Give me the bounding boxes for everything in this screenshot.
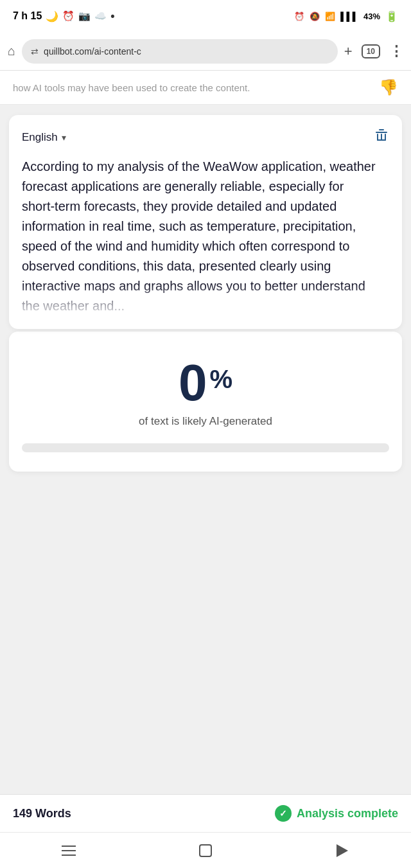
trash-icon [374,128,389,143]
time-display: 7 h 15 [13,10,42,22]
android-nav-bar [0,832,411,868]
address-bar[interactable]: ⇄ quillbot.com/ai-content-c [22,39,338,64]
cloud-icon: ☁️ [94,10,107,22]
address-security-icon: ⇄ [31,46,39,57]
language-selector[interactable]: English ▾ [22,131,66,144]
status-bar: 7 h 15 🌙 ⏰ 📷 ☁️ • ⏰ 🔕 📶 ▌▌▌ 43% 🔋 [0,0,411,32]
status-left: 7 h 15 🌙 ⏰ 📷 ☁️ • [13,10,115,23]
nav-recents-button[interactable] [49,838,88,864]
previous-content-text: how AI tools may have been used to creat… [13,82,250,93]
card-header: English ▾ [22,128,389,146]
percentage-number: 0 [179,357,207,409]
new-tab-button[interactable]: + [344,43,353,60]
status-right: ⏰ 🔕 📶 ▌▌▌ 43% 🔋 [294,10,398,22]
mute-icon: 🔕 [310,12,320,21]
home-nav-icon [199,844,212,857]
dot-icon: • [110,10,114,23]
previous-content-area: how AI tools may have been used to creat… [0,71,411,105]
recents-icon [62,846,76,856]
word-count: 149 Words [13,807,71,820]
browser-bar: ⌂ ⇄ quillbot.com/ai-content-c + 10 ⋮ [0,32,411,71]
language-label: English [22,131,58,144]
signal-icon: ▌▌▌ [340,12,358,21]
wifi-icon: 📶 [325,12,335,21]
back-icon [337,844,348,857]
thumb-down-button[interactable]: 👎 [379,78,398,96]
more-options-button[interactable]: ⋮ [389,43,403,60]
battery-percent: 43% [363,12,380,21]
result-card: 0 % of text is likely AI-generated [9,332,402,472]
battery-icon: 🔋 [385,10,398,22]
delete-button[interactable] [374,128,389,146]
svg-rect-1 [379,129,384,130]
percentage-sign: % [209,357,232,392]
result-label: of text is likely AI-generated [22,415,389,428]
text-fade-overlay [22,284,389,316]
nav-back-button[interactable] [323,838,362,864]
url-display: quillbot.com/ai-content-c [44,46,141,57]
check-circle-icon: ✓ [275,805,292,822]
camera-icon: 📷 [78,10,91,22]
alarm-icon: ⏰ [62,10,74,22]
svg-rect-5 [377,139,386,141]
home-button[interactable]: ⌂ [8,44,15,58]
moon-icon: 🌙 [46,10,58,22]
feedback-area: 👎 [379,78,398,96]
browser-actions: + 10 ⋮ [344,43,403,60]
analysis-status: Analysis complete [297,807,398,820]
progress-bar-container [22,443,389,452]
svg-rect-0 [376,132,387,133]
bottom-bar: 149 Words ✓ Analysis complete [0,794,411,832]
chevron-down-icon: ▾ [62,132,66,143]
text-input-card: English ▾ According to my analysis of th… [9,115,402,329]
text-area-wrapper: According to my analysis of the WeaWow a… [22,157,389,316]
alarm-status-icon: ⏰ [294,12,304,21]
percentage-display: 0 % [22,357,389,409]
analysis-complete: ✓ Analysis complete [275,805,398,822]
nav-home-button[interactable] [186,838,225,864]
main-content: English ▾ According to my analysis of th… [0,105,411,484]
tab-count[interactable]: 10 [362,44,380,58]
